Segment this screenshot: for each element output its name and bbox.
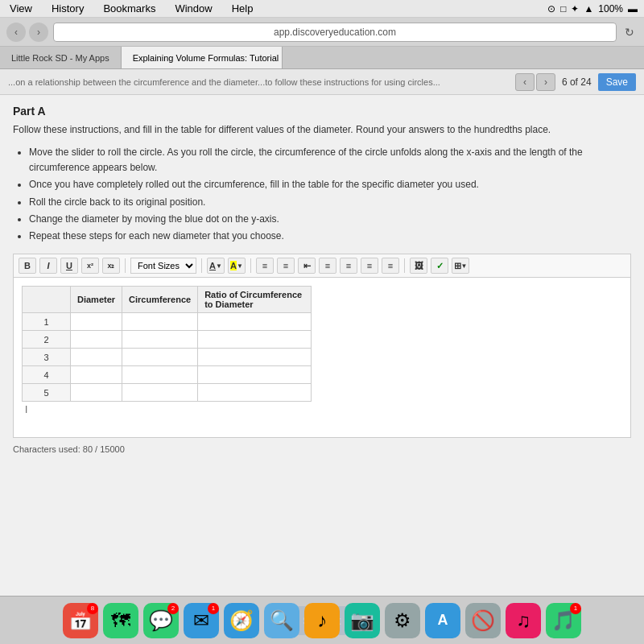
row1-circumference[interactable] xyxy=(122,313,198,331)
align-center-button[interactable]: ≡ xyxy=(340,258,357,274)
save-button[interactable]: Save xyxy=(598,73,636,91)
page-header-bar: ...on a relationship between the circumf… xyxy=(0,69,644,95)
dock-itunes[interactable]: ♫ xyxy=(506,603,541,638)
row5-circumference[interactable] xyxy=(122,384,198,402)
dock-photos[interactable]: 📷 xyxy=(345,603,380,638)
indent-decrease-button[interactable]: ⇤ xyxy=(298,258,316,274)
row1-ratio[interactable] xyxy=(198,313,312,331)
col-header-circumference: Circumference xyxy=(122,287,198,313)
wifi-icon: ▲ xyxy=(584,3,593,14)
underline-button[interactable]: U xyxy=(60,258,78,274)
back-button[interactable]: ‹ xyxy=(6,23,26,42)
instruction-1: Move the slider to roll the circle. As y… xyxy=(29,145,631,175)
font-size-select[interactable]: Font Sizes xyxy=(130,258,196,274)
browser-tabs: Little Rock SD - My Apps Explaining Volu… xyxy=(0,47,644,69)
tab-explaining-volume[interactable]: Explaining Volume Formulas: Tutorial xyxy=(122,47,283,68)
system-icon-1: ⊙ xyxy=(547,3,555,14)
system-icon-2: □ xyxy=(560,3,566,14)
prev-page-button[interactable]: ‹ xyxy=(515,73,535,91)
row5-diameter[interactable] xyxy=(71,384,122,402)
align-justify-button[interactable]: ≡ xyxy=(382,258,399,274)
table-row: 1 xyxy=(23,313,312,331)
instructions-list: Move the slider to roll the circle. As y… xyxy=(29,145,631,244)
messages-badge: 2 xyxy=(167,603,179,614)
part-label: Part A xyxy=(13,105,631,118)
ordered-list-button[interactable]: ≡ xyxy=(277,258,295,274)
mail-badge: 1 xyxy=(208,603,219,614)
table-row: 2 xyxy=(23,331,312,349)
subscript-button[interactable]: x₂ xyxy=(102,258,120,274)
superscript-button[interactable]: x² xyxy=(81,258,99,274)
dock-settings[interactable]: ⚙ xyxy=(385,603,420,638)
instruction-4: Change the diameter by moving the blue d… xyxy=(29,212,631,227)
editor-area[interactable]: Diameter Circumference Ratio of Circumfe… xyxy=(13,277,631,438)
highlight-dropdown-icon: ▼ xyxy=(237,262,243,270)
table-row: 5 xyxy=(23,384,312,402)
row4-diameter[interactable] xyxy=(71,366,122,384)
menu-window[interactable]: Window xyxy=(171,2,215,15)
menu-bookmarks[interactable]: Bookmarks xyxy=(100,2,159,15)
align-left-button[interactable]: ≡ xyxy=(319,258,336,274)
instruction-3: Roll the circle back to its original pos… xyxy=(29,195,631,210)
row2-ratio[interactable] xyxy=(198,331,312,349)
nav-buttons: ‹ › xyxy=(6,23,48,42)
unordered-list-button[interactable]: ≡ xyxy=(256,258,274,274)
menu-history[interactable]: History xyxy=(48,2,87,15)
check-button[interactable]: ✓ xyxy=(431,258,448,274)
row4-circumference[interactable] xyxy=(122,366,198,384)
table-button[interactable]: ⊞▼ xyxy=(452,258,469,274)
image-button[interactable]: 🖼 xyxy=(410,258,427,274)
row5-ratio[interactable] xyxy=(198,384,312,402)
row1-diameter[interactable] xyxy=(71,313,122,331)
row3-diameter[interactable] xyxy=(71,349,122,366)
browser-chrome: ‹ › app.discoveryeducation.com ↻ xyxy=(0,18,644,47)
menu-view[interactable]: View xyxy=(6,2,35,15)
address-bar[interactable]: app.discoveryeducation.com xyxy=(53,23,617,42)
text-color-button[interactable]: A ▼ xyxy=(207,258,225,274)
dock-spotify[interactable]: 🎵 1 xyxy=(546,603,581,638)
bold-button[interactable]: B xyxy=(19,258,36,274)
dock-no-entry[interactable]: 🚫 xyxy=(465,603,501,638)
char-count: Characters used: 80 / 15000 xyxy=(13,444,631,454)
col-header-ratio: Ratio of Circumference to Diameter xyxy=(198,287,312,313)
editor-toolbar: B I U x² x₂ Font Sizes A ▼ A ▼ ≡ ≡ ⇤ ≡ ≡… xyxy=(13,254,631,277)
dock-appstore[interactable]: A xyxy=(425,603,460,638)
text-color-label: A xyxy=(209,261,216,270)
next-page-button[interactable]: › xyxy=(536,73,555,91)
row3-ratio[interactable] xyxy=(198,349,312,366)
align-right-button[interactable]: ≡ xyxy=(361,258,378,274)
highlight-button[interactable]: A ▼ xyxy=(228,258,246,274)
instruction-5: Repeat these steps for each new diameter… xyxy=(29,229,631,244)
dock-calendar[interactable]: 📅 8 xyxy=(63,603,98,638)
row-num-5: 5 xyxy=(23,384,71,402)
forward-button[interactable]: › xyxy=(29,23,48,42)
dock-music[interactable]: ♪ xyxy=(304,603,340,638)
dock-messages[interactable]: 💬 2 xyxy=(143,603,179,638)
dock-mail[interactable]: ✉ 1 xyxy=(184,603,219,638)
row3-circumference[interactable] xyxy=(122,349,198,366)
italic-button[interactable]: I xyxy=(39,258,57,274)
dock-finder[interactable]: 🔍 xyxy=(264,603,299,638)
row4-ratio[interactable] xyxy=(198,366,312,384)
dock-safari[interactable]: 🧭 xyxy=(224,603,259,638)
bluetooth-icon: ✦ xyxy=(571,3,579,14)
menubar: View History Bookmarks Window Help ⊙ □ ✦… xyxy=(0,0,644,18)
instruction-2: Once you have completely rolled out the … xyxy=(29,177,631,192)
row-num-2: 2 xyxy=(23,331,71,349)
table-row: 4 xyxy=(23,366,312,384)
spotify-badge: 1 xyxy=(570,603,581,614)
page-count: 6 of 24 xyxy=(562,76,592,88)
dock-maps[interactable]: 🗺 xyxy=(103,603,138,638)
refresh-button[interactable]: ↻ xyxy=(621,24,638,40)
page-title: ...on a relationship between the circumf… xyxy=(8,76,509,88)
menu-help[interactable]: Help xyxy=(229,2,257,15)
row2-diameter[interactable] xyxy=(71,331,122,349)
toolbar-sep-4 xyxy=(404,258,405,273)
main-content: Part A Follow these instructions, and fi… xyxy=(0,95,644,596)
page-nav-arrows: ‹ › xyxy=(515,73,555,91)
tab-little-rock[interactable]: Little Rock SD - My Apps xyxy=(0,47,122,68)
row-num-1: 1 xyxy=(23,313,71,331)
row2-circumference[interactable] xyxy=(122,331,198,349)
highlight-label: A xyxy=(230,261,237,270)
col-header-diameter: Diameter xyxy=(71,287,122,313)
